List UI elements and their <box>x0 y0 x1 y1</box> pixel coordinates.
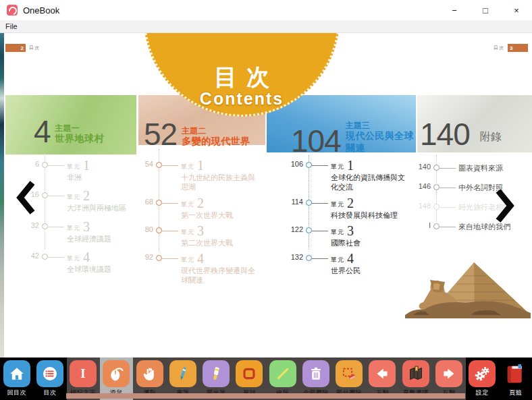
contents-banner: 目次 Contents <box>144 33 340 117</box>
entry-text: 單元4世界公民 <box>331 253 361 275</box>
sphinx-pyramid-image <box>393 258 532 331</box>
unit-number: 2 <box>197 198 204 209</box>
toc-entry[interactable]: 32單元3全球經濟議題 <box>5 221 136 244</box>
section-header: 104主題三現代公民與全球關連 <box>291 121 416 155</box>
minimize-button[interactable]: − <box>439 0 470 20</box>
toc-entry[interactable]: 140圖表資料來源 <box>417 163 532 173</box>
menu-file[interactable]: File <box>0 22 23 30</box>
entry-page-number: 42 <box>5 252 39 260</box>
entry-leader-line <box>312 258 328 259</box>
unit-number: 4 <box>347 253 354 264</box>
toc-entry[interactable]: 114單元2科技發展與科技倫理 <box>267 198 416 220</box>
entry-page-number: 54 <box>138 160 153 168</box>
back-to-toc-button[interactable]: 回目次 <box>0 358 33 400</box>
entry-leader-line <box>162 165 178 166</box>
highlighter-icon <box>203 360 230 387</box>
toc-entry[interactable]: 92單元4現代世界秩序變遷與全球關連 <box>138 253 265 285</box>
entry-page-number: 106 <box>267 160 303 168</box>
unit-label: 單元 <box>67 225 80 233</box>
page-number-right: 目次 3 <box>490 44 528 52</box>
entry-leader-line <box>312 165 328 166</box>
section-header: 4主題一世界地球村 <box>34 118 104 146</box>
unit-label: 單元 <box>331 257 344 264</box>
entry-marker-dot <box>433 165 440 171</box>
entry-page-number: 92 <box>138 253 153 261</box>
section-start-page: 104 <box>291 127 341 155</box>
entry-leader-line <box>48 165 64 166</box>
entry-marker-dot <box>42 192 48 198</box>
entry-page-number: 80 <box>138 225 153 233</box>
entry-leader-line <box>440 168 456 169</box>
toc-entry[interactable]: 106單元1全球化的資訊傳播與文化交流 <box>267 160 416 192</box>
entry-leader-line <box>162 203 178 204</box>
bottom-toolbar: 回目次目次I標記文字滑鼠選取畫筆螢光筆形狀線段全部擦除部分擦除左翻頁數選擇右翻設… <box>0 358 532 400</box>
entry-marker-dot <box>306 200 312 206</box>
app-window: OneBook − □ × File 2 目次 目次 3 目次 Contents… <box>0 0 532 400</box>
entry-title: 圖表資料來源 <box>458 163 503 173</box>
entry-text: 單元2大洋洲與兩極地區 <box>67 190 126 212</box>
section-title: 世界地球村 <box>55 133 105 145</box>
settings-button[interactable]: 設定 <box>466 358 499 400</box>
toc-button[interactable]: 目次 <box>33 358 66 400</box>
page-subtitle: Contents <box>146 89 338 109</box>
arrow-left-icon <box>369 360 396 387</box>
previous-page-button[interactable] <box>15 180 35 215</box>
unit-number: 1 <box>197 160 204 171</box>
entry-page-number: 32 <box>5 221 39 229</box>
entry-text: 單元3全球經濟議題 <box>67 221 111 244</box>
entry-leader-line <box>48 227 64 227</box>
unit-label: 單元 <box>331 229 344 237</box>
entry-marker-dot <box>42 254 48 260</box>
unit-title: 十九世紀的民族主義與思潮 <box>181 173 261 192</box>
svg-text:I: I <box>80 366 85 380</box>
maximize-button[interactable]: □ <box>470 0 501 20</box>
section-header: 52主題二多變的現代世界 <box>144 121 250 148</box>
chevron-right-icon <box>496 188 516 223</box>
partial-eraser-icon <box>336 360 363 387</box>
entry-text: 單元1十九世紀的民族主義與思潮 <box>181 160 261 192</box>
unit-number: 3 <box>347 225 354 237</box>
unit-title: 第二次世界大戰 <box>181 238 233 248</box>
unit-label: 單元 <box>181 257 194 264</box>
entry-marker-dot <box>433 184 440 190</box>
toc-entry[interactable]: 68單元2第一次世界大戰 <box>138 198 265 220</box>
entry-leader-line <box>162 231 178 231</box>
toolbar-label: 設定 <box>476 389 489 397</box>
close-button[interactable]: × <box>501 0 532 20</box>
unit-number: 4 <box>83 252 90 263</box>
unit-title: 全球經濟議題 <box>67 234 111 244</box>
entry-leader-line <box>48 196 64 196</box>
entry-page-number: 114 <box>267 198 303 206</box>
toc-entry[interactable]: 54單元1十九世紀的民族主義與思潮 <box>138 160 265 192</box>
section-items: 54單元1十九世紀的民族主義與思潮68單元2第一次世界大戰80單元3第二次世界大… <box>138 160 265 291</box>
entry-text: 單元1非洲 <box>67 160 90 182</box>
page-number-left: 2 目次 <box>5 44 43 52</box>
toc-entry[interactable]: 80單元3第二次世界大戰 <box>138 225 265 248</box>
menu-bar: File <box>0 20 532 33</box>
unit-number: 2 <box>347 198 354 209</box>
shape-icon <box>236 360 263 387</box>
window-controls: − □ × <box>439 0 532 20</box>
bookmark-button[interactable]: 頁籤 <box>499 358 532 400</box>
pen-icon <box>169 360 196 387</box>
entry-leader-line <box>312 203 328 204</box>
toolbar-label: 回目次 <box>7 389 26 397</box>
unit-title: 國際社會 <box>331 238 361 248</box>
entry-text: 單元4現代世界秩序變遷與全球關連 <box>181 253 261 285</box>
unit-label: 單元 <box>331 202 344 209</box>
list-icon <box>36 360 63 387</box>
toc-entry[interactable]: 122單元3國際社會 <box>267 225 416 248</box>
app-title: OneBook <box>23 5 59 16</box>
home-icon <box>3 360 30 387</box>
unit-number: 1 <box>347 160 354 171</box>
previous-page-edge <box>0 33 4 358</box>
toc-entry[interactable]: 42單元4全球環境議題 <box>5 252 136 274</box>
entry-leader-line <box>440 207 456 208</box>
toc-entry[interactable]: 6單元1非洲 <box>5 160 136 182</box>
toolbar-label: 頁籤 <box>509 389 522 397</box>
entry-leader-line <box>440 188 456 188</box>
arrow-right-icon <box>435 360 462 387</box>
unit-number: 2 <box>83 190 90 202</box>
next-page-button[interactable] <box>496 188 516 223</box>
text-marker-icon: I <box>70 360 97 387</box>
